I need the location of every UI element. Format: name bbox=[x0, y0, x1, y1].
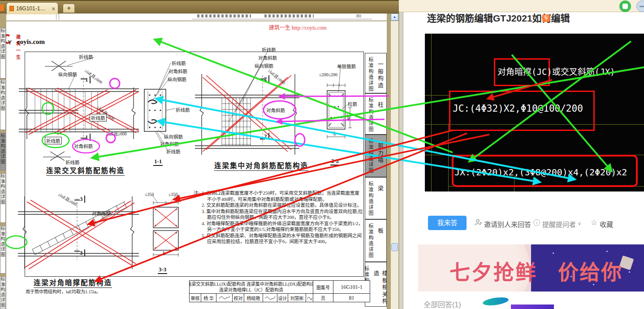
favorite-star-icon: ☆ bbox=[591, 218, 597, 227]
drawing-label: 纵向钢筋 bbox=[58, 71, 77, 78]
invite-others-button[interactable]: 邀请别人来回答 bbox=[484, 219, 531, 229]
review-name: 杨 华 bbox=[201, 294, 216, 302]
signature bbox=[306, 294, 313, 302]
app-icon bbox=[0, 4, 4, 11]
pdf-viewer-pane: 16G101-1… × + 80 建筑一生 http://coyis.com Y… bbox=[0, 0, 399, 309]
index-tab-beam: 标准构造详图梁 bbox=[365, 177, 387, 219]
section-title: 2-2 bbox=[330, 157, 340, 165]
ad-text-right: 价给你 bbox=[558, 256, 622, 285]
favorite-button[interactable]: 收藏 bbox=[600, 219, 613, 229]
design-name: 刘慧彬 bbox=[288, 294, 306, 302]
section-mark: 3 bbox=[80, 196, 85, 203]
printed-left-strip: 标准构造详图 bbox=[0, 79, 6, 130]
ad-text-left: 七夕抢鲜 bbox=[450, 256, 537, 285]
dimension-label: b bbox=[163, 250, 165, 257]
drawing-label: 折线筋 bbox=[262, 46, 276, 53]
drawing-label: 折线筋 bbox=[166, 148, 181, 155]
printed-left-strip-active: 标准构造详图 bbox=[0, 133, 6, 170]
proof-label: 校对 bbox=[233, 294, 244, 302]
drawing-title: 连梁集中对角斜筋配筋构造 bbox=[214, 160, 308, 171]
drawing-label: 单肢箍筋 bbox=[337, 63, 356, 70]
drawing-label: 纵向钢筋 bbox=[168, 76, 186, 83]
drawing-title: 连梁对角暗撑配筋构造 bbox=[34, 277, 112, 288]
drawing-label: 拉筋 bbox=[348, 100, 357, 107]
drawing-label: 折线筋 bbox=[90, 114, 107, 122]
index-tab-column: 标准构造详图柱 bbox=[365, 93, 387, 135]
review-label: 审核 bbox=[190, 294, 201, 302]
cad-jc-text: JC:(4Φ32)X2,Φ10@100/200 bbox=[453, 103, 583, 114]
drawing-label: 折线筋 bbox=[176, 106, 190, 113]
dimension-label: ≥laE且≥600 bbox=[106, 131, 127, 137]
screen: 16G101-1… × + 80 建筑一生 http://coyis.com Y… bbox=[0, 0, 644, 309]
drawing-label: 对角斜筋 bbox=[258, 54, 277, 61]
remind-asker-button[interactable]: 提醒提问者 bbox=[542, 219, 576, 229]
title-block-title: 连梁交叉斜筋LL(JX)配筋构造 连梁集中对角斜筋LL(DX)配筋构造 连梁对角… bbox=[190, 281, 313, 293]
drawing-label: 对角暗撑 bbox=[92, 210, 111, 217]
document-tab[interactable]: 16G101-1… × bbox=[6, 2, 58, 14]
info-icon: i bbox=[533, 219, 540, 226]
logo-text-top: 建筑一生 bbox=[16, 33, 21, 60]
section-mark: 2 bbox=[264, 75, 269, 83]
cad-screenshot-image: 对角暗撑(JC)或交叉斜筋(JX) JC:(4Φ32)X2,Φ10@100/20… bbox=[425, 34, 644, 191]
drawing-label: 对角斜筋 bbox=[74, 143, 93, 149]
drawing-label: 对角斜筋 bbox=[266, 107, 285, 113]
invite-person-icon bbox=[474, 218, 482, 226]
drawing-label: 折线筋 bbox=[65, 159, 80, 165]
new-tab-button[interactable]: + bbox=[63, 4, 75, 13]
browser-favorites-bar bbox=[399, 0, 644, 12]
dimension-label: ≤200≤200 bbox=[319, 72, 337, 77]
scroll-up-icon[interactable]: ▲ bbox=[391, 13, 398, 21]
watermark-text: 建筑一生 http://coyis.com bbox=[269, 23, 327, 31]
section-mark: 3 bbox=[80, 249, 85, 257]
logo-y: Y bbox=[8, 39, 12, 46]
dimension-label: b bbox=[333, 131, 336, 137]
scrollbar-track[interactable] bbox=[391, 21, 398, 309]
answer-button[interactable]: 我来答 bbox=[428, 216, 467, 230]
section-mark: 1 bbox=[85, 76, 91, 83]
signature bbox=[216, 294, 233, 302]
prev-page-line bbox=[59, 13, 59, 20]
chevron-down-icon[interactable]: ∨ bbox=[578, 221, 581, 226]
page-label: 页 bbox=[313, 294, 333, 302]
browser-extension-icon[interactable] bbox=[619, 0, 631, 12]
note-item: 2. 交叉斜筋配筋连梁的对角斜筋在梁端部位应设置拉筋，具体值见设计标注。 bbox=[202, 202, 363, 209]
tab-title: 16G101-1… bbox=[16, 5, 50, 12]
all-answers-heading: 全部回答(1) bbox=[424, 299, 461, 309]
printed-left-strip: 标准构造详图 bbox=[0, 28, 6, 78]
cad-grid-line bbox=[448, 123, 449, 191]
page-separator bbox=[6, 20, 387, 22]
page-number: 81 bbox=[333, 294, 370, 302]
atlas-number: 16G101-1 bbox=[333, 281, 370, 293]
index-tab-slab: 标准构造详图板 bbox=[365, 219, 387, 262]
cad-grid-line bbox=[431, 34, 432, 191]
notes-prefix: 注: bbox=[194, 190, 199, 196]
close-icon[interactable]: × bbox=[52, 5, 55, 12]
dimension-label: ≤200 bbox=[346, 112, 350, 121]
signature bbox=[263, 294, 277, 302]
cad-grid-line bbox=[425, 95, 450, 96]
logo-text-main: coyis.com bbox=[17, 38, 45, 46]
drawing-label: 对角斜筋 bbox=[169, 68, 187, 74]
index-tab-general: 标准构造详图一般构造 bbox=[365, 53, 387, 93]
drawing-subtitle: 用于筒中筒结构时，laE均取为1.15la。 bbox=[26, 288, 101, 295]
design-label: 设计 bbox=[277, 294, 288, 302]
viewer-tabbar: 16G101-1… × + bbox=[0, 0, 399, 13]
prev-page-number: 80 bbox=[356, 13, 361, 18]
scrollbar-thumb[interactable] bbox=[391, 243, 398, 251]
drawing-label: 对角斜筋 bbox=[160, 140, 179, 147]
drawing-label: 折线筋 bbox=[45, 137, 62, 144]
drawing-label: 纵向钢筋 bbox=[164, 133, 183, 140]
title-block: 连梁交叉斜筋LL(JX)配筋构造 连梁集中对角斜筋LL(DX)配筋构造 连梁对角… bbox=[189, 280, 370, 302]
proof-name: 杨晓艳 bbox=[244, 294, 263, 302]
index-tab-shearwall: 标准构造详图剪力墙 bbox=[365, 135, 387, 177]
section-mark: 2 bbox=[264, 133, 269, 140]
ad-banner[interactable]: 七夕抢鲜 价给你 bbox=[418, 244, 644, 292]
note-item: 5. 交叉斜筋配筋连梁、对角暗撑配筋连梁的水平钢筋及箍筋形成的钢筋网之间应采用拉… bbox=[202, 233, 363, 245]
section-title: 3-3 bbox=[158, 266, 167, 274]
printed-left-strip: 标准构造详图 bbox=[0, 173, 6, 223]
drawing-label: 折线筋 bbox=[172, 60, 186, 66]
atlas-label: 图集号 bbox=[313, 281, 333, 293]
prev-page-text-fragment bbox=[264, 14, 314, 17]
partial-logo-bar bbox=[511, 305, 554, 309]
prev-page-line bbox=[192, 19, 372, 19]
